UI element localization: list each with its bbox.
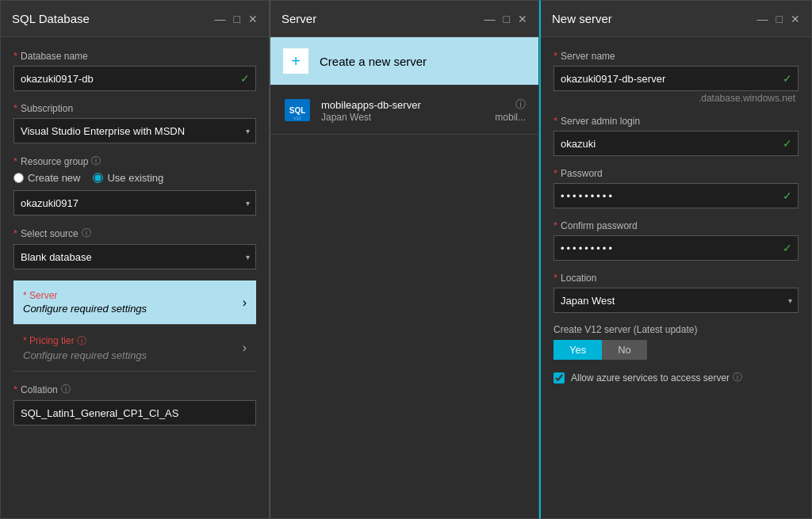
collation-label: * Collation ⓘ	[13, 383, 256, 396]
sql-database-header: SQL Database — □ ✕	[1, 1, 269, 37]
database-name-label: * Database name	[13, 50, 256, 62]
create-new-server-button[interactable]: + Create a new server	[270, 37, 538, 85]
collation-info-icon[interactable]: ⓘ	[61, 383, 71, 396]
server-name-input[interactable]	[553, 66, 799, 91]
pricing-sublabel: Configure required settings	[23, 349, 147, 361]
confirm-password-group: * Confirm password ✓	[553, 219, 799, 261]
required-star-rg: *	[13, 155, 17, 167]
required-star: *	[13, 50, 17, 62]
pricing-nav-item[interactable]: * Pricing tier ⓘ Configure required sett…	[13, 325, 256, 372]
password-input-wrapper: ✓	[553, 183, 799, 208]
admin-login-check-icon: ✓	[783, 137, 792, 150]
database-name-input-wrapper: ✓	[13, 66, 256, 91]
required-star-sn: *	[553, 50, 557, 62]
pricing-nav-item-left: * Pricing tier ⓘ Configure required sett…	[23, 334, 147, 361]
resource-group-radio-group: Create new Use existing	[13, 172, 256, 184]
server-maximize-button[interactable]: □	[504, 13, 510, 25]
select-source-select[interactable]: Blank database	[13, 244, 256, 269]
server-name-text: mobileapps-db-server	[321, 99, 421, 111]
location-label: * Location	[553, 272, 799, 284]
admin-login-input-wrapper: ✓	[553, 131, 799, 156]
server-nav-item[interactable]: * Server Configure required settings ›	[13, 280, 256, 325]
server-name-row: mobileapps-db-server ⓘ	[321, 97, 526, 112]
close-button[interactable]: ✕	[248, 13, 258, 25]
required-star-al: *	[553, 115, 557, 127]
new-server-minimize-button[interactable]: —	[757, 13, 768, 25]
location-select[interactable]: Japan West Japan East East US West US No…	[553, 288, 799, 313]
resource-group-info-icon[interactable]: ⓘ	[91, 155, 101, 168]
select-source-label: * Select source ⓘ	[13, 227, 256, 240]
required-star-cpw: *	[553, 219, 557, 231]
server-chevron-icon: ›	[243, 296, 247, 310]
use-existing-radio-label[interactable]: Use existing	[93, 172, 163, 184]
server-header: Server — □ ✕	[270, 1, 538, 37]
resource-group-select[interactable]: okazuki0917	[13, 190, 256, 216]
domain-suffix-text: .database.windows.net	[553, 93, 799, 104]
server-close-button[interactable]: ✕	[518, 13, 527, 25]
required-star-loc: *	[553, 272, 557, 284]
allow-services-info-icon[interactable]: ⓘ	[733, 371, 742, 384]
confirm-password-input[interactable]	[553, 235, 799, 261]
password-input[interactable]	[553, 183, 799, 208]
resource-group-label: * Resource group ⓘ	[13, 155, 256, 168]
v12-yes-button[interactable]: Yes	[553, 340, 602, 360]
resource-group-select-wrapper: okazuki0917 ▾	[13, 190, 256, 216]
password-label: * Password	[553, 167, 799, 179]
server-name-check-icon: ✓	[783, 72, 792, 85]
location-group: * Location Japan West Japan East East US…	[553, 272, 799, 313]
pricing-chevron-icon: ›	[243, 341, 247, 355]
resource-group-group: * Resource group ⓘ Create new Use existi…	[13, 155, 256, 216]
v12-no-button[interactable]: No	[602, 340, 647, 360]
v12-section: Create V12 server (Latest update) Yes No	[553, 324, 799, 360]
collation-group: * Collation ⓘ	[13, 383, 256, 426]
v12-label: Create V12 server (Latest update)	[553, 324, 799, 335]
required-star-col: *	[13, 384, 17, 395]
create-new-radio[interactable]	[13, 173, 24, 183]
sql-database-title: SQL Database	[12, 12, 90, 25]
server-name-input-wrapper: ✓	[553, 66, 799, 91]
new-server-window-controls: — □ ✕	[757, 13, 800, 25]
location-select-wrapper: Japan West Japan East East US West US No…	[553, 288, 799, 313]
allow-services-row: Allow azure services to access server ⓘ	[553, 371, 799, 384]
database-name-check-icon: ✓	[240, 72, 250, 85]
collation-input-wrapper	[13, 400, 256, 426]
server-item-info-icon[interactable]: ⓘ	[515, 97, 526, 112]
svg-text:SQL: SQL	[289, 106, 306, 115]
minimize-button[interactable]: —	[215, 13, 226, 25]
server-minimize-button[interactable]: —	[485, 13, 496, 25]
server-info: mobileapps-db-server ⓘ Japan West mobil.…	[321, 97, 526, 123]
collation-input[interactable]	[13, 400, 256, 426]
admin-login-input[interactable]	[553, 131, 799, 156]
pricing-required-label: * Pricing tier ⓘ	[23, 334, 147, 348]
confirm-password-check-icon: ✓	[783, 242, 792, 254]
v12-toggle-group: Yes No	[553, 340, 799, 360]
select-source-select-wrapper: Blank database ▾	[13, 244, 256, 269]
subscription-group: * Subscription Visual Studio Enterprise …	[13, 102, 256, 143]
subscription-select[interactable]: Visual Studio Enterprise with MSDN	[13, 118, 256, 143]
server-detail-row: Japan West mobil...	[321, 112, 526, 123]
required-star-sub: *	[13, 102, 17, 114]
sql-database-window-controls: — □ ✕	[215, 13, 258, 25]
use-existing-radio[interactable]	[93, 173, 103, 183]
new-server-panel: New server — □ ✕ * Server name ✓ .databa…	[539, 0, 812, 519]
subscription-label: * Subscription	[13, 102, 256, 114]
new-server-title: New server	[552, 12, 612, 25]
password-group: * Password ✓	[553, 167, 799, 208]
pricing-info-icon[interactable]: ⓘ	[77, 335, 86, 346]
new-server-close-button[interactable]: ✕	[791, 13, 800, 25]
admin-login-group: * Server admin login ✓	[553, 115, 799, 156]
admin-login-label: * Server admin login	[553, 115, 799, 127]
select-source-info-icon[interactable]: ⓘ	[82, 227, 91, 240]
create-new-radio-label[interactable]: Create new	[13, 172, 80, 184]
server-list-item[interactable]: SQL v12 mobileapps-db-server ⓘ Japan Wes…	[270, 86, 538, 135]
select-source-group: * Select source ⓘ Blank database ▾	[13, 227, 256, 269]
server-name-label: * Server name	[553, 50, 799, 62]
new-server-maximize-button[interactable]: □	[776, 13, 783, 25]
sql-database-panel: SQL Database — □ ✕ * Database name ✓ * S…	[0, 0, 270, 519]
allow-services-checkbox[interactable]	[553, 372, 565, 384]
confirm-password-label: * Confirm password	[553, 219, 799, 231]
password-check-icon: ✓	[783, 189, 792, 202]
maximize-button[interactable]: □	[234, 13, 240, 25]
database-name-input[interactable]	[13, 66, 256, 91]
server-panel: Server — □ ✕ + Create a new server SQL v…	[270, 0, 539, 519]
